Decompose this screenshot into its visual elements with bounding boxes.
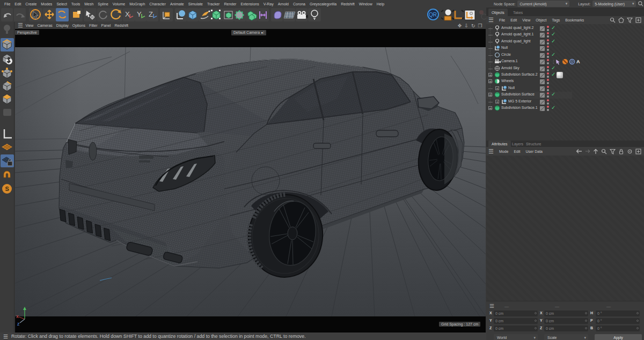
svg-text:QR: QR	[429, 12, 437, 18]
svg-text:X: X	[125, 10, 130, 18]
svg-text:Z: Z	[149, 10, 153, 18]
svg-text:X: X	[16, 315, 19, 319]
svg-text:Y: Y	[137, 10, 142, 18]
svg-text:Z: Z	[17, 322, 20, 326]
svg-text:S: S	[5, 186, 9, 192]
